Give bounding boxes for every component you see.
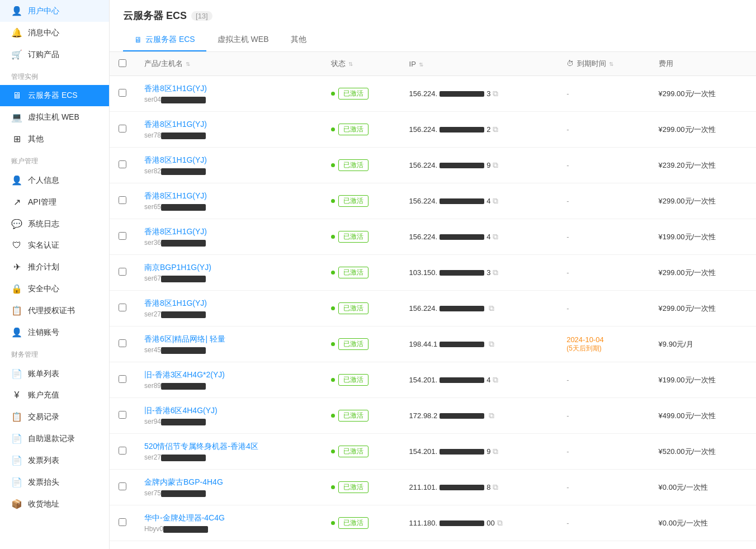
cell-expire-11: -	[557, 470, 649, 505]
cell-product-1: 香港8区1H1G(YJ)ser78	[135, 112, 322, 148]
cell-fee-2: ¥239.20元/一次性	[650, 148, 756, 183]
product-name-0[interactable]: 香港8区1H1G(YJ)	[144, 84, 313, 94]
cell-ip-4: 156.224.4⧉	[400, 219, 558, 255]
copy-ip-button-8[interactable]: ⧉	[493, 375, 498, 385]
product-name-8[interactable]: 旧-香港3区4H4G*2(YJ)	[144, 370, 313, 380]
ip-blur-0	[440, 91, 484, 97]
product-name-5[interactable]: 南京BGP1H1G(YJ)	[144, 263, 313, 273]
row-checkbox-7[interactable]	[119, 339, 126, 347]
copy-ip-button-1[interactable]: ⧉	[493, 125, 498, 134]
sidebar-item-promotion[interactable]: ✈ 推介计划	[0, 256, 109, 278]
copy-ip-button-9[interactable]: ⧉	[489, 411, 494, 420]
cell-fee-7: ¥9.90元/月	[650, 326, 756, 362]
copy-ip-button-3[interactable]: ⧉	[493, 196, 498, 206]
status-dot-3	[331, 199, 335, 203]
sidebar-item-other[interactable]: ⊞ 其他	[0, 128, 109, 150]
product-name-6[interactable]: 香港8区1H1G(YJ)	[144, 299, 313, 309]
refund-icon: 📄	[11, 433, 22, 444]
sidebar-item-personal[interactable]: 👤 个人信息	[0, 169, 109, 191]
product-name-12[interactable]: 华中-金牌处理器-4C4G	[144, 513, 313, 523]
sidebar-item-syslog[interactable]: 💬 系统日志	[0, 213, 109, 235]
sidebar-label-shipping: 收货地址	[28, 499, 59, 509]
tab-vps[interactable]: 虚拟主机 WEB	[206, 29, 280, 51]
product-name-9[interactable]: 旧-香港6区4H4G(YJ)	[144, 406, 313, 416]
cell-fee-0: ¥299.00元/一次性	[650, 76, 756, 112]
row-checkbox-9[interactable]	[119, 411, 126, 419]
product-name-2[interactable]: 香港8区1H1G(YJ)	[144, 155, 313, 165]
id-blur-9	[161, 419, 206, 425]
sidebar-item-refund[interactable]: 📄 自助退款记录	[0, 428, 109, 449]
tab-other[interactable]: 其他	[280, 29, 318, 51]
row-checkbox-12[interactable]	[119, 518, 126, 526]
copy-ip-button-0[interactable]: ⧉	[493, 89, 498, 98]
sidebar-item-security[interactable]: 🔒 安全中心	[0, 278, 109, 300]
copy-ip-button-2[interactable]: ⧉	[493, 160, 498, 170]
sidebar-item-transactions[interactable]: 📋 交易记录	[0, 406, 109, 428]
cell-product-2: 香港8区1H1G(YJ)ser82	[135, 148, 322, 183]
row-checkbox-5[interactable]	[119, 268, 126, 276]
copy-ip-button-10[interactable]: ⧉	[493, 447, 498, 456]
product-name-4[interactable]: 香港8区1H1G(YJ)	[144, 227, 313, 237]
sidebar-item-recharge[interactable]: ¥ 账户充值	[0, 385, 109, 406]
section-label-finance: 财务管理	[0, 343, 109, 363]
cell-status-1: 已激活	[322, 112, 400, 148]
cell-product-9: 旧-香港6区4H4G(YJ)ser94	[135, 398, 322, 434]
product-name-3[interactable]: 香港8区1H1G(YJ)	[144, 191, 313, 201]
cell-status-9: 已激活	[322, 398, 400, 434]
cell-ip-11: 211.101.8⧉	[400, 470, 558, 505]
copy-ip-button-5[interactable]: ⧉	[493, 268, 498, 277]
row-checkbox-11[interactable]	[119, 482, 126, 490]
sidebar-item-invoice-list[interactable]: 📄 发票列表	[0, 449, 109, 471]
table-body: 香港8区1H1G(YJ)ser04 已激活156.224.3⧉-¥299.00元…	[110, 76, 756, 541]
row-checkbox-0[interactable]	[119, 89, 126, 97]
expire-dash-4: -	[566, 233, 569, 241]
sidebar-item-api[interactable]: ↗ API管理	[0, 191, 109, 213]
invoice-header-icon: 📄	[11, 477, 22, 488]
row-checkbox-3[interactable]	[119, 196, 126, 204]
sidebar-item-vps[interactable]: 💻 虚拟主机 WEB	[0, 106, 109, 128]
sidebar: 👤 用户中心 🔔 消息中心 🛒 订购产品 管理实例 🖥 云服务器 ECS 💻 虚…	[0, 0, 110, 549]
sidebar-item-order-product[interactable]: 🛒 订购产品	[0, 44, 109, 65]
th-fee: 费用	[650, 52, 756, 76]
tab-ecs-icon: 🖥	[134, 35, 142, 44]
sidebar-item-bill-list[interactable]: 📄 账单列表	[0, 363, 109, 385]
copy-ip-button-11[interactable]: ⧉	[493, 482, 498, 492]
row-checkbox-8[interactable]	[119, 375, 126, 383]
tab-ecs[interactable]: 🖥 云服务器 ECS	[123, 29, 206, 51]
sidebar-item-shipping[interactable]: 📦 收货地址	[0, 493, 109, 515]
copy-ip-button-6[interactable]: ⧉	[489, 304, 494, 313]
copy-ip-button-4[interactable]: ⧉	[493, 232, 498, 242]
status-dot-7	[331, 342, 335, 346]
sidebar-item-ecs[interactable]: 🖥 云服务器 ECS	[0, 85, 109, 106]
th-ip: IP ⇅	[400, 52, 558, 76]
row-checkbox-4[interactable]	[119, 232, 126, 240]
product-id-11: ser75	[144, 489, 313, 497]
sidebar-item-cancel-account[interactable]: 👤 注销账号	[0, 321, 109, 343]
copy-ip-button-12[interactable]: ⧉	[497, 518, 503, 528]
product-name-1[interactable]: 香港8区1H1G(YJ)	[144, 120, 313, 130]
row-checkbox-6[interactable]	[119, 304, 126, 311]
sidebar-label-ecs: 云服务器 ECS	[28, 91, 78, 101]
cell-product-7: 香港6区|精品网络| 轻量ser45	[135, 326, 322, 362]
select-all-checkbox[interactable]	[119, 59, 126, 67]
product-name-10[interactable]: 520情侣节专属终身机器-香港4区	[144, 442, 313, 452]
row-checkbox-1[interactable]	[119, 125, 126, 132]
product-name-7[interactable]: 香港6区|精品网络| 轻量	[144, 334, 313, 344]
cell-ip-1: 156.224.2⧉	[400, 112, 558, 148]
sidebar-item-user-center[interactable]: 👤 用户中心	[0, 0, 109, 22]
row-checkbox-10[interactable]	[119, 447, 126, 455]
copy-ip-button-7[interactable]: ⧉	[489, 339, 494, 349]
sidebar-item-message-center[interactable]: 🔔 消息中心	[0, 22, 109, 44]
row-checkbox-2[interactable]	[119, 160, 126, 168]
sidebar-item-proxy-cert[interactable]: 📋 代理授权证书	[0, 300, 109, 321]
sidebar-item-realname[interactable]: 🛡 实名认证	[0, 235, 109, 256]
product-name-11[interactable]: 金牌内蒙古BGP-4H4G	[144, 477, 313, 488]
sidebar-label-message: 消息中心	[28, 28, 59, 38]
table-container: 产品/主机名 ⇅ 状态 ⇅ IP ⇅ ⏱ 到期时间 ⇅	[110, 52, 756, 549]
sidebar-item-invoice-header[interactable]: 📄 发票抬头	[0, 471, 109, 493]
id-blur-3	[161, 204, 206, 211]
sort-product-icon: ⇅	[186, 61, 190, 67]
sidebar-label-order: 订购产品	[28, 50, 59, 60]
ip-text-11: 211.101.	[409, 483, 438, 491]
expire-dash-10: -	[566, 447, 569, 456]
